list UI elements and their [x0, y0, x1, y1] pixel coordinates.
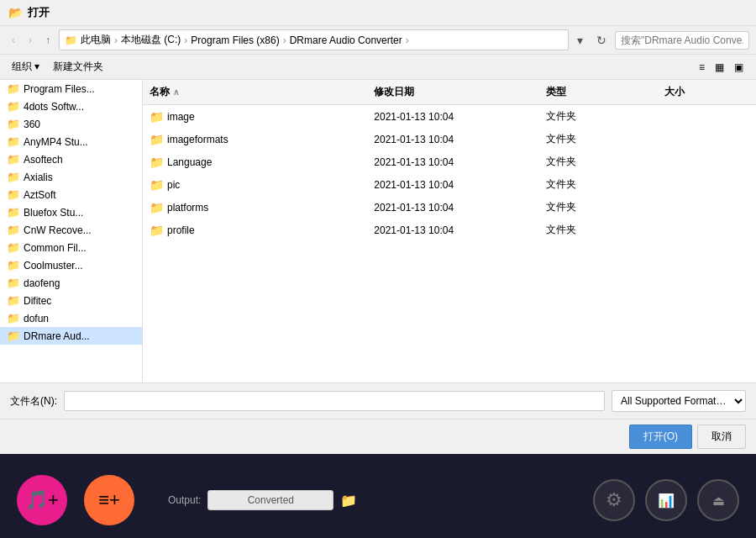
sidebar-item-6[interactable]: 📁AztSoft [0, 186, 142, 203]
sidebar-item-11[interactable]: 📁daofeng [0, 274, 142, 292]
file-type-1: 文件夹 [539, 130, 659, 148]
sidebar-item-2[interactable]: 📁360 [0, 115, 142, 133]
file-area: 名称 ∧ 修改日期 类型 大小 📁 image 2021-01-13 10:04… [143, 80, 756, 382]
sidebar-item-1[interactable]: 📁4dots Softw... [0, 98, 142, 115]
stats-icon[interactable]: 📊 [645, 479, 687, 521]
settings-wheel-icon[interactable]: ⚙ [593, 479, 635, 521]
up-button[interactable]: ↑ [40, 32, 55, 49]
sidebar-item-0[interactable]: 📁Program Files... [0, 80, 142, 98]
file-size-3 [658, 183, 756, 187]
folder-icon-11: 📁 [7, 277, 20, 289]
breadcrumb-sep-2: › [184, 34, 187, 46]
view-list-button[interactable]: ≡ [695, 59, 709, 76]
folder-icon-8: 📁 [7, 224, 20, 236]
breadcrumb-app[interactable]: DRmare Audio Converter [290, 34, 402, 46]
breadcrumb[interactable]: 📁 此电脑 › 本地磁盘 (C:) › Program Files (x86) … [59, 29, 569, 50]
file-date-5: 2021-01-13 10:04 [367, 223, 538, 238]
sidebar-item-13[interactable]: 📁dofun [0, 309, 142, 327]
file-folder-icon-4: 📁 [150, 201, 164, 214]
new-folder-button[interactable]: 新建文件夹 [48, 58, 108, 76]
cancel-button[interactable]: 取消 [697, 425, 746, 449]
folder-icon-9: 📁 [7, 241, 20, 254]
filename-input[interactable] [64, 391, 605, 411]
file-type-5: 文件夹 [539, 221, 659, 239]
file-list: 📁 image 2021-01-13 10:04 文件夹 📁 imageform… [143, 105, 756, 382]
list-add-button[interactable]: ≡+ [84, 475, 134, 525]
output-folder-button[interactable]: 📁 [340, 493, 357, 509]
table-row[interactable]: 📁 image 2021-01-13 10:04 文件夹 [143, 105, 756, 128]
col-date-header[interactable]: 修改日期 [367, 83, 538, 101]
sidebar-item-label-2: 360 [24, 119, 40, 130]
file-name-1: 📁 imageformats [143, 131, 367, 148]
sidebar-item-label-11: daofeng [24, 277, 60, 289]
title-icon: 📂 [8, 6, 23, 19]
sidebar: 📁Program Files...📁4dots Softw...📁360📁Any… [0, 80, 143, 382]
list-icon: ≡+ [98, 489, 120, 511]
table-row[interactable]: 📁 imageformats 2021-01-13 10:04 文件夹 [143, 128, 756, 150]
file-list-header: 名称 ∧ 修改日期 类型 大小 [143, 80, 756, 105]
output-label: Output: [168, 494, 201, 506]
file-size-5 [658, 229, 756, 232]
view-pane-button[interactable]: ▣ [730, 59, 748, 76]
table-row[interactable]: 📁 Language 2021-01-13 10:04 文件夹 [143, 150, 756, 173]
file-name-text-4: platforms [167, 202, 208, 214]
table-row[interactable]: 📁 platforms 2021-01-13 10:04 文件夹 [143, 196, 756, 219]
sidebar-item-label-9: Common Fil... [24, 242, 87, 254]
folder-icon-7: 📁 [7, 206, 20, 219]
breadcrumb-pc[interactable]: 此电脑 [81, 33, 111, 47]
file-type-0: 文件夹 [539, 108, 659, 125]
open-button[interactable]: 打开(O) [629, 425, 692, 449]
forward-button[interactable]: › [24, 32, 37, 49]
sidebar-item-10[interactable]: 📁Coolmuster... [0, 256, 142, 274]
sidebar-item-label-0: Program Files... [24, 83, 95, 95]
file-name-text-5: profile [167, 224, 195, 236]
breadcrumb-drive[interactable]: 本地磁盘 (C:) [121, 33, 181, 47]
file-size-1 [658, 138, 756, 141]
breadcrumb-sep-1: › [114, 34, 118, 46]
sidebar-item-label-3: AnyMP4 Stu... [24, 136, 88, 148]
file-folder-icon-0: 📁 [150, 110, 164, 124]
file-type-3: 文件夹 [539, 176, 659, 193]
organize-button[interactable]: 组织 ▾ [8, 58, 43, 76]
breadcrumb-program-files[interactable]: Program Files (x86) [191, 34, 279, 46]
refresh-button[interactable]: ↻ [591, 31, 612, 50]
music-icon: 🎵+ [25, 489, 59, 511]
sidebar-item-7[interactable]: 📁Bluefox Stu... [0, 203, 142, 221]
folder-icon-0: 📁 [7, 82, 20, 95]
back-button[interactable]: ‹ [7, 32, 20, 49]
view-grid-button[interactable]: ▦ [711, 59, 728, 76]
music-add-button[interactable]: 🎵+ [17, 475, 67, 525]
table-row[interactable]: 📁 pic 2021-01-13 10:04 文件夹 [143, 173, 756, 196]
output-input[interactable] [207, 490, 333, 510]
breadcrumb-sep-4: › [406, 34, 409, 46]
sidebar-item-9[interactable]: 📁Common Fil... [0, 239, 142, 256]
eject-icon[interactable]: ⏏ [697, 479, 739, 521]
file-folder-icon-3: 📁 [150, 178, 164, 192]
sidebar-item-3[interactable]: 📁AnyMP4 Stu... [0, 133, 142, 150]
filename-label: 文件名(N): [10, 394, 57, 409]
sidebar-item-14[interactable]: 📁DRmare Aud... [0, 327, 142, 345]
sidebar-item-5[interactable]: 📁Axialis [0, 168, 142, 186]
file-name-5: 📁 profile [143, 222, 367, 239]
sidebar-item-label-6: AztSoft [24, 189, 56, 201]
col-size-header[interactable]: 大小 [658, 83, 756, 101]
dropdown-button[interactable]: ▾ [572, 31, 588, 50]
search-input[interactable] [615, 31, 749, 50]
col-type-header[interactable]: 类型 [539, 83, 659, 101]
format-dropdown[interactable]: All Supported Formats(*.a... [612, 390, 746, 412]
sidebar-item-12[interactable]: 📁Difitec [0, 292, 142, 309]
file-name-text-0: image [167, 111, 195, 123]
folder-icon-3: 📁 [7, 135, 20, 148]
sidebar-item-4[interactable]: 📁Asoftech [0, 150, 142, 168]
title-bar: 📂 打开 [0, 0, 756, 26]
action-bar: 打开(O) 取消 [0, 419, 756, 454]
view-buttons: ≡ ▦ ▣ [695, 59, 748, 76]
output-folder-icon: 📁 [340, 493, 357, 508]
sidebar-item-8[interactable]: 📁CnW Recove... [0, 221, 142, 239]
file-date-3: 2021-01-13 10:04 [367, 177, 538, 193]
table-row[interactable]: 📁 profile 2021-01-13 10:04 文件夹 [143, 219, 756, 241]
col-name-header[interactable]: 名称 ∧ [143, 83, 367, 101]
folder-icon-5: 📁 [7, 171, 20, 183]
file-type-2: 文件夹 [539, 153, 659, 171]
breadcrumb-folder-icon: 📁 [65, 34, 77, 46]
